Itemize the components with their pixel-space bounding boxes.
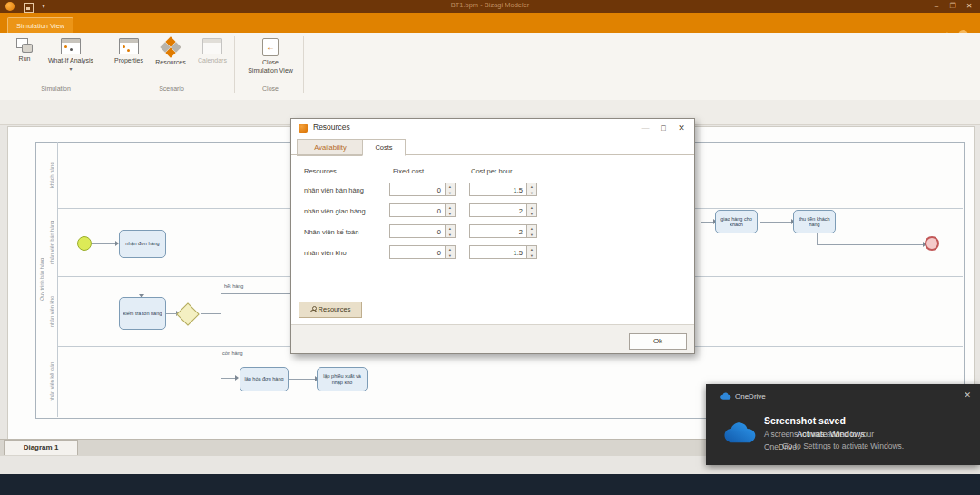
tab-simulation-view[interactable]: Simulation View [7,17,74,34]
resources-dialog: Resources — □ ✕ Availability Costs Resou… [290,118,695,354]
spinner[interactable]: ▴▾ [527,245,537,259]
tab-underline [291,154,694,155]
group-separator [303,36,304,93]
restore-button[interactable]: ❐ [946,0,960,13]
activate-windows-watermark: Activate Windows [797,429,865,439]
dialog-title: Resources [313,123,350,132]
task-collect-payment[interactable]: thu tiền khách hàng [793,210,836,233]
start-event[interactable] [77,236,92,251]
what-if-icon [61,38,81,54]
cost-per-hour-input[interactable]: 2 [469,224,527,238]
flow-line [220,293,221,378]
resources-button-ribbon[interactable]: Resources [151,38,191,67]
task-receive-order[interactable]: nhận đơn hàng [119,230,166,258]
resource-name: nhân viên bán hàng [304,186,364,194]
title-bar: ▾ BT1.bpm - Bizagi Modeler – ❐ ✕ [0,0,980,13]
tab-diagram-1[interactable]: Diagram 1 [4,440,78,455]
what-if-dropdown-icon[interactable]: ▾ [42,65,100,72]
resources-icon [162,38,180,56]
flow-line [817,244,925,245]
cost-per-hour-input[interactable]: 1.5 [469,183,527,196]
column-header-cost-per-hour: Cost per hour [471,167,512,175]
fixed-cost-input[interactable]: 0 [389,203,446,217]
what-if-analysis-button[interactable]: What-If Analysis ▾ [42,38,100,72]
onedrive-toast: OneDrive ✕ Screenshot saved A screenshot… [706,384,980,465]
spinner[interactable]: ▴▾ [446,224,456,238]
spinner[interactable]: ▴▾ [446,203,456,217]
toast-close-icon[interactable]: ✕ [964,391,971,400]
group-label-scenario: Scenario [109,85,234,92]
spinner[interactable]: ▴▾ [446,183,456,196]
cost-per-hour-input[interactable]: 2 [469,203,527,217]
resource-name: nhân viên kho [304,249,347,257]
group-separator [234,36,235,93]
resources-picker-button[interactable]: Resources [299,302,362,318]
ribbon-band: ∧ ? [0,13,980,33]
task-check-stock[interactable]: kiểm tra tồn hàng [119,297,166,330]
group-label-close: Close [240,85,301,92]
resource-name: Nhân viên kế toán [304,228,358,236]
cost-per-hour-input[interactable]: 1.5 [469,245,527,259]
run-button[interactable]: Run [9,38,40,64]
properties-button[interactable]: Properties [109,38,149,65]
dialog-icon [299,124,308,133]
spinner[interactable]: ▴▾ [527,224,537,238]
calendars-icon [202,38,222,54]
toast-app-name: OneDrive [735,392,766,401]
edge-label-in-stock: còn hàng [222,351,243,356]
edge-label-out-of-stock: hết hàng [224,283,243,289]
flow-line [760,222,793,223]
flow-line [817,233,818,244]
task-create-invoice[interactable]: lập hóa đơn hàng [240,367,289,391]
flow-line [142,258,142,295]
spinner[interactable]: ▴▾ [527,203,537,217]
person-icon [310,306,317,312]
run-icon [16,38,33,53]
screen: ▾ BT1.bpm - Bizagi Modeler – ❐ ✕ ∧ ? Sim… [0,0,980,495]
end-event[interactable] [925,236,939,251]
lane-label-2: nhân viên bán hàng [46,208,57,276]
lane-label-1: khách hàng [46,142,57,208]
ribbon-content: Run What-If Analysis ▾ Properties Resour… [0,33,980,101]
close-button[interactable]: ✕ [962,0,976,13]
dialog-minimize-button[interactable]: — [636,121,654,135]
arrowhead [235,375,239,381]
flow-line [201,313,220,314]
flow-line [92,243,117,244]
lane-label-4: nhân viên kế toán [46,346,57,417]
fixed-cost-input[interactable]: 0 [389,224,446,238]
close-simulation-icon: ← [262,38,279,56]
group-separator [103,36,103,93]
flow-line [220,293,297,294]
dialog-close-button[interactable]: ✕ [672,121,691,135]
fixed-cost-input[interactable]: 0 [389,183,446,196]
onedrive-mini-icon [719,391,731,401]
resource-name: nhân viên giao hàng [304,207,366,215]
lane-label-3: nhân viên kho [46,276,57,346]
taskbar: ✉ W ☁ 22°C Cloudy ∧ VIE 15:10 16/10/2021 [0,474,980,495]
spinner[interactable]: ▴▾ [527,183,537,196]
task-deliver-goods[interactable]: giao hàng cho khách [715,210,758,233]
column-header-resources: Resources [304,167,337,175]
spinner[interactable]: ▴▾ [446,245,456,259]
flow-line [289,379,317,380]
task-create-warehouse-note[interactable]: lập phiếu xuất và nhập kho [317,367,368,391]
window-title: BT1.bpm - Bizagi Modeler [0,1,980,9]
group-label-simulation: Simulation [9,85,103,92]
toast-title: Screenshot saved [764,415,846,426]
minimize-button[interactable]: – [929,0,944,13]
onedrive-logo [719,421,757,444]
tab-costs[interactable]: Costs [362,139,406,156]
fixed-cost-input[interactable]: 0 [389,245,446,259]
ok-button[interactable]: Ok [629,333,687,350]
dialog-maximize-button[interactable]: □ [654,121,672,135]
close-simulation-view-button[interactable]: ← Close Simulation View [240,38,301,75]
calendars-button: Calendars [192,38,232,65]
properties-icon [119,38,139,54]
column-header-fixed-cost: Fixed cost [393,167,424,175]
activate-windows-watermark-line2: Go to Settings to activate Windows. [782,441,904,450]
